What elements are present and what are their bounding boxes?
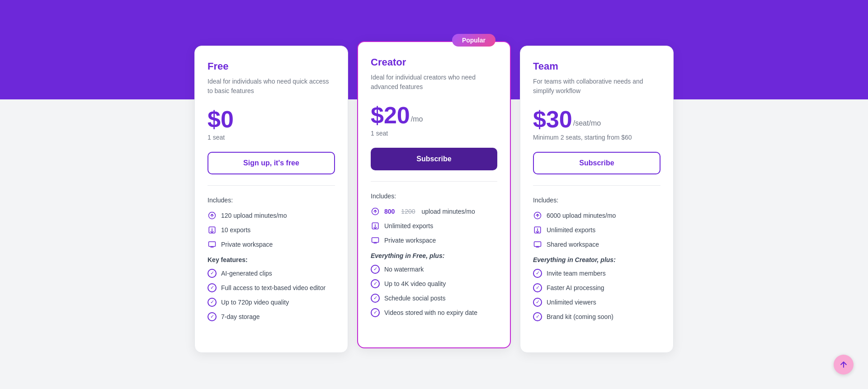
- team-price-suffix: /seat/mo: [573, 119, 601, 127]
- team-upload-text: 6000 upload minutes/mo: [547, 212, 616, 219]
- creator-kf-1-text: No watermark: [384, 266, 424, 273]
- workspace-icon: [208, 240, 217, 249]
- scroll-top-button[interactable]: [834, 355, 854, 375]
- creator-kf-3-text: Schedule social posts: [384, 295, 445, 302]
- creator-kf-2: ✓ Up to 4K video quality: [371, 279, 497, 288]
- creator-plan-desc: Ideal for individual creators who need a…: [371, 73, 497, 93]
- creator-feature-workspace: Private workspace: [371, 236, 497, 245]
- team-cta-button[interactable]: Subscribe: [533, 152, 660, 174]
- free-kf-1-text: AI-generated clips: [221, 270, 272, 277]
- svg-rect-5: [372, 238, 379, 243]
- creator-export-text: Unlimited exports: [384, 222, 433, 230]
- creator-kf-1: ✓ No watermark: [371, 265, 497, 274]
- creator-price-amount: $20: [371, 103, 410, 127]
- svg-rect-8: [534, 242, 541, 247]
- free-plan-card: Free Ideal for individuals who need quic…: [194, 46, 348, 353]
- team-includes-label: Includes:: [533, 197, 660, 204]
- export-icon: [208, 225, 217, 234]
- team-kf-4-text: Brand kit (coming soon): [547, 313, 613, 320]
- creator-price-row: $20 /mo: [371, 103, 497, 127]
- creator-plan-card: Popular Creator Ideal for individual cre…: [357, 41, 511, 348]
- team-divider: [533, 185, 660, 186]
- team-plan-desc: For teams with collaborative needs and s…: [533, 77, 660, 97]
- team-kf-2: ✓ Faster AI processing: [533, 283, 660, 292]
- team-kf-4: ✓ Brand kit (coming soon): [533, 312, 660, 321]
- free-feature-upload: 120 upload minutes/mo: [208, 211, 335, 220]
- check-icon-1: ✓: [208, 269, 217, 278]
- free-kf-4-text: 7-day storage: [221, 313, 260, 320]
- creator-divider: [371, 181, 497, 182]
- creator-cta-button[interactable]: Subscribe: [371, 148, 497, 170]
- check-icon-t4: ✓: [533, 312, 542, 321]
- check-icon-c1: ✓: [371, 265, 380, 274]
- team-workspace-text: Shared workspace: [547, 241, 599, 248]
- team-seat-info: Minimum 2 seats, starting from $60: [533, 134, 660, 143]
- free-includes-label: Includes:: [208, 197, 335, 204]
- team-kf-2-text: Faster AI processing: [547, 284, 604, 291]
- upload-icon: [208, 211, 217, 220]
- free-plan-desc: Ideal for individuals who need quick acc…: [208, 77, 335, 97]
- pricing-cards: Free Ideal for individuals who need quic…: [185, 46, 683, 353]
- team-feature-upload: 6000 upload minutes/mo: [533, 211, 660, 220]
- creator-kf-4: ✓ Videos stored with no expiry date: [371, 308, 497, 317]
- check-icon-c2: ✓: [371, 279, 380, 288]
- free-plan-name: Free: [208, 61, 335, 72]
- team-plan-card: Team For teams with collaborative needs …: [520, 46, 674, 353]
- export-icon-team: [533, 225, 542, 234]
- free-kf-2: ✓ Full access to text-based video editor: [208, 283, 335, 292]
- check-icon-t3: ✓: [533, 298, 542, 307]
- free-feature-workspace: Private workspace: [208, 240, 335, 249]
- free-kf-4: ✓ 7-day storage: [208, 312, 335, 321]
- creator-upload-pre: 800: [384, 208, 395, 215]
- creator-upload-post: upload minutes/mo: [422, 208, 475, 215]
- free-kf-3-text: Up to 720p video quality: [221, 299, 289, 306]
- check-icon-4: ✓: [208, 312, 217, 321]
- team-feature-workspace: Shared workspace: [533, 240, 660, 249]
- popular-badge: Popular: [452, 34, 495, 47]
- team-kf-3: ✓ Unlimited viewers: [533, 298, 660, 307]
- creator-feature-export: Unlimited exports: [371, 221, 497, 230]
- team-feature-export: Unlimited exports: [533, 225, 660, 234]
- creator-kf-3: ✓ Schedule social posts: [371, 294, 497, 303]
- free-key-features-label: Key features:: [208, 256, 335, 263]
- workspace-icon-creator: [371, 236, 380, 245]
- free-feature-export: 10 exports: [208, 225, 335, 234]
- upload-icon-creator: [371, 207, 380, 216]
- team-kf-1-text: Invite team members: [547, 270, 606, 277]
- free-kf-1: ✓ AI-generated clips: [208, 269, 335, 278]
- free-kf-3: ✓ Up to 720p video quality: [208, 298, 335, 307]
- free-workspace-text: Private workspace: [221, 241, 273, 248]
- check-icon-c3: ✓: [371, 294, 380, 303]
- free-cta-button[interactable]: Sign up, it's free: [208, 152, 335, 174]
- arrow-up-icon: [839, 360, 848, 369]
- creator-price-suffix: /mo: [411, 115, 423, 123]
- creator-feature-upload: 800 1200 upload minutes/mo: [371, 207, 497, 216]
- free-seat-info: 1 seat: [208, 134, 335, 143]
- team-plan-name: Team: [533, 61, 660, 72]
- free-kf-2-text: Full access to text-based video editor: [221, 284, 326, 291]
- check-icon-c4: ✓: [371, 308, 380, 317]
- creator-plan-name: Creator: [371, 56, 497, 68]
- team-everything-label: Everything in Creator, plus:: [533, 256, 660, 263]
- free-divider: [208, 185, 335, 186]
- creator-everything-label: Everything in Free, plus:: [371, 252, 497, 259]
- check-icon-t2: ✓: [533, 283, 542, 292]
- workspace-icon-team: [533, 240, 542, 249]
- creator-seat-info: 1 seat: [371, 130, 497, 139]
- creator-workspace-text: Private workspace: [384, 237, 436, 244]
- free-price-amount: $0: [208, 108, 234, 131]
- team-export-text: Unlimited exports: [547, 226, 595, 234]
- team-price-amount: $30: [533, 108, 572, 131]
- creator-kf-4-text: Videos stored with no expiry date: [384, 309, 477, 316]
- team-price-row: $30 /seat/mo: [533, 108, 660, 131]
- creator-kf-2-text: Up to 4K video quality: [384, 280, 446, 287]
- creator-upload-strike: 1200: [401, 208, 415, 215]
- check-icon-t1: ✓: [533, 269, 542, 278]
- team-kf-1: ✓ Invite team members: [533, 269, 660, 278]
- check-icon-3: ✓: [208, 298, 217, 307]
- free-export-text: 10 exports: [221, 226, 250, 234]
- svg-rect-2: [209, 242, 216, 247]
- creator-includes-label: Includes:: [371, 192, 497, 200]
- team-kf-3-text: Unlimited viewers: [547, 299, 596, 306]
- free-price-row: $0: [208, 108, 335, 131]
